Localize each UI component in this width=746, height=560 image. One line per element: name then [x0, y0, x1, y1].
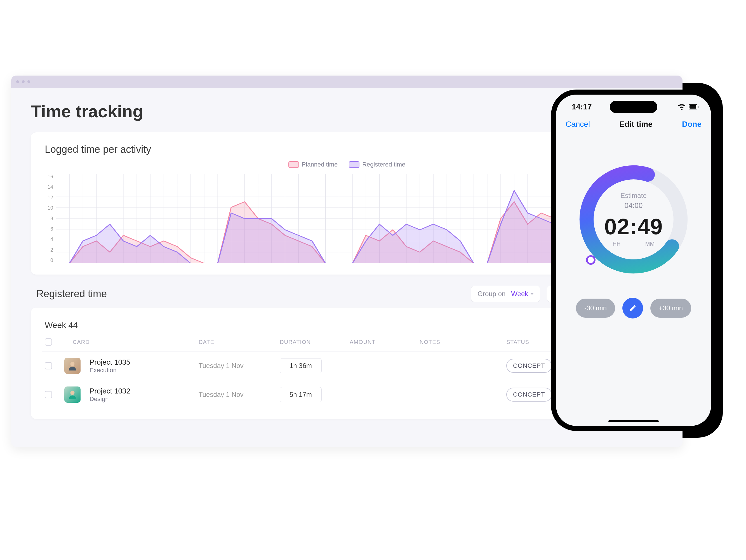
col-date: DATE: [199, 339, 277, 345]
legend-label: Registered time: [362, 161, 405, 168]
traffic-light-icon: [22, 80, 25, 83]
home-indicator[interactable]: [608, 420, 659, 422]
row-project: Project 1032: [89, 387, 196, 395]
status-time: 14:17: [572, 103, 592, 111]
pencil-icon: [629, 304, 637, 312]
person-icon: [67, 360, 78, 371]
status-badge: CONCEPT: [506, 388, 552, 401]
row-checkbox[interactable]: [45, 362, 52, 369]
avatar: [64, 387, 81, 403]
minus-30-button[interactable]: -30 min: [576, 299, 615, 318]
time-dial[interactable]: Estimate 04:00 02:49 HH MM: [575, 161, 692, 278]
row-duration-input[interactable]: 1h 36m: [280, 358, 322, 373]
wifi-icon: [678, 104, 686, 110]
row-checkbox[interactable]: [45, 391, 52, 398]
estimate-label: Estimate: [621, 192, 647, 199]
legend-swatch-icon: [288, 161, 299, 168]
phone-frame: 14:17 Cancel Edit time Done: [551, 89, 716, 431]
nav-bar: Cancel Edit time Done: [556, 111, 711, 136]
row-activity: Design: [89, 395, 196, 403]
svg-rect-58: [698, 106, 698, 108]
col-amount: AMOUNT: [350, 339, 417, 345]
chart-y-axis: 1614121086420: [45, 174, 53, 263]
row-project: Project 1035: [89, 358, 196, 367]
battery-icon: [689, 104, 699, 109]
nav-title: Edit time: [619, 120, 652, 129]
col-notes: NOTES: [420, 339, 504, 345]
edit-button[interactable]: [622, 298, 643, 318]
col-card: CARD: [73, 339, 196, 345]
registered-title: Registered time: [36, 288, 107, 300]
time-value: 02:49: [604, 214, 663, 240]
plus-30-button[interactable]: +30 min: [650, 299, 691, 318]
group-on-select[interactable]: Group on Week: [471, 286, 540, 302]
chevron-down-icon: [530, 293, 534, 295]
legend-planned: Planned time: [288, 161, 338, 168]
svg-point-55: [70, 391, 75, 395]
svg-rect-57: [689, 105, 696, 109]
traffic-light-icon: [27, 80, 30, 83]
traffic-light-icon: [16, 80, 19, 83]
row-activity: Execution: [89, 367, 196, 374]
row-duration-input[interactable]: 5h 17m: [280, 387, 322, 402]
legend-label: Planned time: [302, 161, 338, 168]
dial-handle[interactable]: [586, 255, 596, 265]
col-duration: DURATION: [280, 339, 347, 345]
person-icon: [67, 389, 78, 400]
group-on-label: Group on: [478, 290, 506, 298]
avatar: [64, 358, 81, 374]
hh-label: HH: [612, 241, 621, 247]
cancel-button[interactable]: Cancel: [566, 120, 590, 129]
legend-swatch-icon: [349, 161, 360, 168]
svg-point-54: [70, 362, 75, 366]
group-on-value: Week: [511, 290, 528, 298]
status-badge: CONCEPT: [506, 359, 552, 373]
row-date: Tuesday 1 Nov: [199, 362, 277, 370]
row-date: Tuesday 1 Nov: [199, 391, 277, 398]
phone-screen: 14:17 Cancel Edit time Done: [556, 94, 711, 426]
mm-label: MM: [645, 241, 655, 247]
browser-chrome: [11, 76, 683, 88]
legend-registered: Registered time: [349, 161, 405, 168]
notch: [610, 101, 657, 113]
select-all-checkbox[interactable]: [45, 338, 52, 346]
done-button[interactable]: Done: [682, 120, 701, 129]
estimate-value: 04:00: [624, 201, 642, 210]
